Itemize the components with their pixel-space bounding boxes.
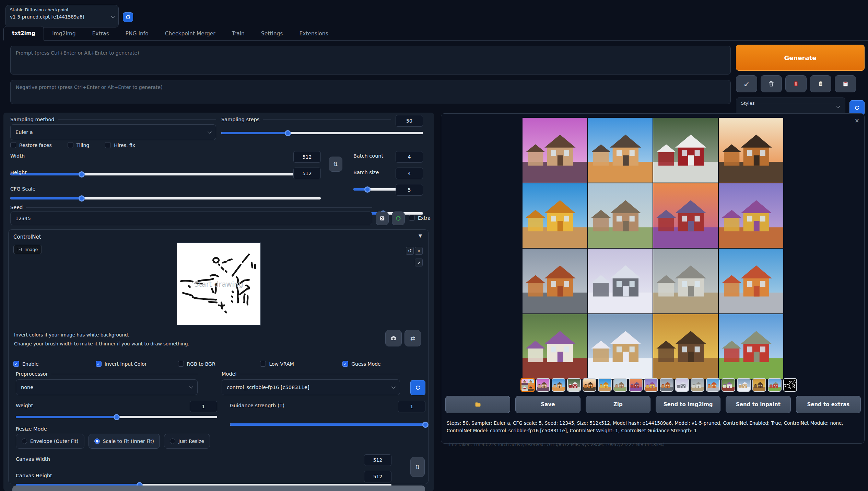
- mirror-webcam-button[interactable]: ⇄: [404, 330, 421, 346]
- thumbnail-image[interactable]: [567, 378, 581, 392]
- checkpoint-refresh-button[interactable]: [123, 12, 133, 22]
- height-slider[interactable]: [10, 194, 321, 202]
- canvas-width-value[interactable]: 512: [364, 454, 391, 466]
- gallery-image[interactable]: [653, 249, 718, 313]
- gallery-image[interactable]: [523, 314, 587, 379]
- tab-Settings[interactable]: Settings: [253, 27, 291, 41]
- controlnet-option-rgb-to-bgr[interactable]: RGB to BGR: [178, 361, 260, 367]
- gallery-image[interactable]: [588, 183, 653, 248]
- tab-txt2img[interactable]: txt2img: [3, 26, 44, 41]
- floppy-button[interactable]: [835, 75, 856, 92]
- controlnet-canvas[interactable]: Start drawing: [177, 243, 260, 325]
- guidance-slider[interactable]: [230, 421, 425, 428]
- weight-value[interactable]: 1: [190, 401, 217, 412]
- thumbnail-image[interactable]: [675, 378, 689, 392]
- option-hires-fix[interactable]: Hires. fix: [105, 142, 135, 148]
- width-slider[interactable]: [10, 170, 321, 178]
- seed-extra-checkbox[interactable]: Extra: [409, 215, 431, 221]
- send-to-inpaint-button[interactable]: Send to inpaint: [726, 396, 790, 413]
- thumbnail-image[interactable]: [583, 378, 596, 392]
- controlnet-image-tab[interactable]: Image: [13, 245, 42, 254]
- reuse-seed-button[interactable]: [392, 212, 405, 225]
- checkpoint-dropdown[interactable]: v1-5-pruned.ckpt [e1441589a6]: [10, 14, 114, 20]
- thumbnail-image[interactable]: [629, 378, 643, 392]
- option-tiling[interactable]: Tiling: [68, 142, 90, 148]
- resize-option-envelope-outer-fit-[interactable]: Envelope (Outer Fit): [16, 434, 84, 449]
- clipboard-button[interactable]: [810, 75, 831, 92]
- sampling-steps-slider[interactable]: [221, 129, 423, 137]
- card-button[interactable]: [785, 75, 807, 92]
- option-restore-faces[interactable]: Restore faces: [10, 142, 52, 148]
- thumbnail-image[interactable]: [598, 378, 612, 392]
- thumbnail-image[interactable]: [536, 378, 550, 392]
- webcam-button[interactable]: [385, 330, 402, 346]
- swap-dimensions-button[interactable]: ⇅: [329, 157, 342, 172]
- gallery-image[interactable]: [719, 118, 784, 183]
- gallery-image[interactable]: [523, 183, 587, 248]
- collapse-triangle-icon[interactable]: ▼: [419, 233, 422, 238]
- negative-prompt-input[interactable]: [10, 80, 731, 104]
- send-to-img2img-button[interactable]: Send to img2img: [656, 396, 720, 413]
- gallery-image[interactable]: [653, 118, 718, 183]
- cfg-scale-value[interactable]: 5: [396, 184, 423, 196]
- thumbnail-image[interactable]: [660, 378, 673, 392]
- thumbnail-image[interactable]: [644, 378, 658, 392]
- batch-size-value[interactable]: 4: [396, 168, 423, 179]
- brush-icon[interactable]: [415, 259, 423, 266]
- guidance-value[interactable]: 1: [398, 401, 425, 412]
- thumbnail-image[interactable]: [706, 378, 720, 392]
- clear-canvas-icon[interactable]: ×: [415, 247, 423, 255]
- open-folder-button[interactable]: [445, 396, 510, 413]
- gallery-image[interactable]: [719, 314, 784, 379]
- controlnet-option-invert-input-color[interactable]: ✓Invert Input Color: [96, 361, 178, 367]
- thumbnail-scribble-input[interactable]: [783, 378, 797, 392]
- thumbnail-image[interactable]: [768, 378, 782, 392]
- random-seed-button[interactable]: [376, 212, 389, 225]
- width-value[interactable]: 512: [293, 151, 321, 163]
- script-section-collapsed[interactable]: [12, 486, 425, 491]
- controlnet-option-enable[interactable]: ✓Enable: [13, 361, 96, 367]
- thumbnail-image[interactable]: [752, 378, 766, 392]
- gallery-image[interactable]: [588, 314, 653, 379]
- height-value[interactable]: 512: [293, 168, 321, 179]
- tab-img2img[interactable]: img2img: [44, 27, 84, 41]
- undo-icon[interactable]: ↺: [406, 247, 414, 255]
- sampling-method-dropdown[interactable]: Euler a: [10, 124, 216, 140]
- thumbnail-image[interactable]: [691, 378, 704, 392]
- gallery-image[interactable]: [719, 249, 784, 313]
- controlnet-option-low-vram[interactable]: Low VRAM: [260, 361, 342, 367]
- model-refresh-button[interactable]: [410, 380, 425, 395]
- tab-Extras[interactable]: Extras: [84, 27, 117, 41]
- swap-canvas-dimensions-button[interactable]: ⇅: [410, 457, 425, 477]
- prompt-input[interactable]: [10, 46, 731, 75]
- thumbnail-image[interactable]: [737, 378, 751, 392]
- gallery-image[interactable]: [588, 249, 653, 313]
- gallery-image[interactable]: [588, 118, 653, 183]
- batch-count-value[interactable]: 4: [396, 151, 423, 163]
- tab-Train[interactable]: Train: [224, 27, 253, 41]
- seed-input[interactable]: [10, 212, 372, 225]
- thumbnail-image[interactable]: [722, 378, 735, 392]
- thumbnail-image[interactable]: [552, 378, 565, 392]
- controlnet-option-guess-mode[interactable]: ✓Guess Mode: [342, 361, 425, 367]
- gallery-image[interactable]: [653, 183, 718, 248]
- gallery-image[interactable]: [653, 314, 718, 379]
- gallery-image[interactable]: [719, 183, 784, 248]
- close-icon[interactable]: ×: [855, 117, 859, 124]
- tab-PNG Info[interactable]: PNG Info: [117, 27, 157, 41]
- send-to-extras-button[interactable]: Send to extras: [796, 396, 861, 413]
- canvas-height-value[interactable]: 512: [364, 471, 391, 482]
- preprocessor-dropdown[interactable]: none: [16, 379, 198, 395]
- sampling-steps-value[interactable]: 50: [396, 115, 423, 127]
- tab-Extensions[interactable]: Extensions: [291, 27, 336, 41]
- arrow-down-left-button[interactable]: ↙: [736, 75, 757, 92]
- tab-Checkpoint Merger[interactable]: Checkpoint Merger: [157, 27, 224, 41]
- thumbnail-image[interactable]: [613, 378, 627, 392]
- resize-option-just-resize[interactable]: Just Resize: [164, 434, 210, 449]
- save-button[interactable]: Save: [515, 396, 580, 413]
- resize-option-scale-to-fit-inner-fit-[interactable]: Scale to Fit (Inner Fit): [89, 434, 160, 449]
- gallery-image[interactable]: [523, 249, 587, 313]
- weight-slider[interactable]: [16, 413, 217, 421]
- zip-button[interactable]: Zip: [586, 396, 650, 413]
- gallery-image[interactable]: [523, 118, 587, 183]
